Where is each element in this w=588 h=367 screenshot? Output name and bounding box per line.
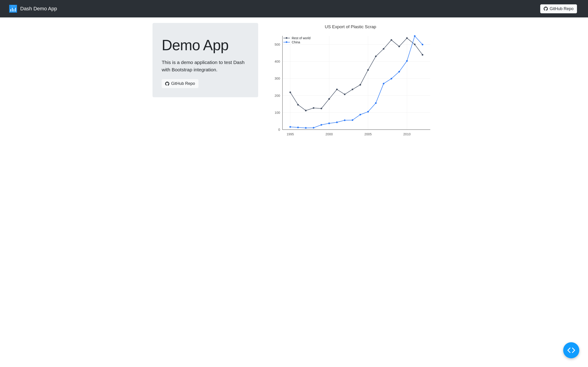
svg-text:0: 0	[278, 128, 280, 131]
svg-point-32	[367, 69, 369, 71]
navbar: Dash Demo App GitHub Repo	[0, 0, 588, 17]
svg-point-25	[313, 107, 314, 109]
svg-point-28	[336, 89, 338, 90]
svg-point-38	[414, 44, 415, 45]
navbar-github-label: GitHub Repo	[550, 6, 573, 11]
jumbotron-heading: Demo App	[162, 37, 249, 54]
main-container: Demo App This is a demo application to t…	[147, 17, 441, 139]
chart-title: US Export of Plastic Scrap	[266, 24, 435, 29]
chart-area[interactable]: 01002003004005001995200020052010 Rest of…	[266, 31, 435, 139]
svg-text:500: 500	[275, 43, 280, 46]
svg-point-45	[328, 123, 330, 124]
svg-point-48	[352, 119, 353, 121]
svg-point-57	[422, 44, 423, 45]
jumbotron-github-label: GitHub Repo	[171, 81, 195, 86]
legend-swatch-icon	[284, 38, 290, 38]
jumbotron-lead: This is a demo application to test Dash …	[162, 59, 249, 73]
chart-legend[interactable]: Rest of world China	[284, 36, 311, 44]
legend-swatch-icon	[284, 42, 290, 42]
svg-point-50	[367, 111, 369, 113]
svg-point-22	[289, 92, 291, 93]
app-title: Dash Demo App	[20, 6, 57, 12]
svg-text:2000: 2000	[326, 132, 333, 136]
svg-text:400: 400	[275, 60, 280, 63]
dash-debug-fab[interactable]	[563, 342, 579, 358]
svg-point-55	[406, 60, 408, 62]
svg-point-39	[422, 54, 423, 56]
svg-point-33	[375, 56, 377, 57]
svg-point-47	[344, 119, 346, 121]
svg-point-27	[328, 98, 330, 100]
svg-point-35	[390, 39, 392, 41]
svg-point-54	[398, 71, 400, 73]
bar-chart-logo-icon	[9, 5, 17, 13]
svg-point-56	[414, 35, 415, 37]
svg-point-26	[321, 108, 322, 109]
svg-point-30	[352, 89, 353, 90]
legend-item[interactable]: Rest of world	[284, 36, 311, 40]
legend-item[interactable]: China	[284, 40, 311, 44]
svg-point-41	[297, 127, 299, 128]
svg-text:300: 300	[275, 77, 280, 80]
svg-point-29	[344, 94, 346, 95]
jumbotron-github-button[interactable]: GitHub Repo	[162, 79, 199, 88]
chart-panel: US Export of Plastic Scrap 0100200300400…	[266, 23, 435, 139]
svg-point-36	[398, 46, 400, 47]
svg-point-49	[359, 114, 361, 115]
svg-point-40	[289, 126, 291, 128]
svg-point-46	[336, 122, 338, 123]
svg-point-51	[375, 102, 377, 104]
svg-point-31	[359, 84, 361, 85]
svg-point-24	[305, 110, 307, 111]
svg-text:200: 200	[275, 94, 280, 98]
jumbotron: Demo App This is a demo application to t…	[153, 23, 258, 97]
legend-label: Rest of world	[292, 36, 311, 40]
svg-point-37	[406, 37, 408, 39]
legend-label: China	[292, 40, 300, 44]
svg-point-44	[321, 124, 322, 126]
svg-point-52	[383, 83, 384, 84]
svg-point-53	[390, 78, 392, 79]
svg-point-34	[383, 48, 384, 50]
navbar-github-button[interactable]: GitHub Repo	[540, 4, 577, 13]
svg-text:1995: 1995	[287, 132, 294, 136]
code-brackets-icon	[567, 347, 576, 353]
github-icon	[165, 82, 169, 86]
navbar-brand[interactable]: Dash Demo App	[9, 5, 57, 13]
github-icon	[544, 7, 548, 11]
svg-point-23	[297, 104, 299, 106]
svg-text:2005: 2005	[364, 132, 372, 136]
svg-text:2010: 2010	[403, 132, 411, 136]
svg-point-43	[313, 127, 314, 128]
svg-text:100: 100	[275, 111, 280, 115]
svg-point-42	[305, 127, 307, 129]
